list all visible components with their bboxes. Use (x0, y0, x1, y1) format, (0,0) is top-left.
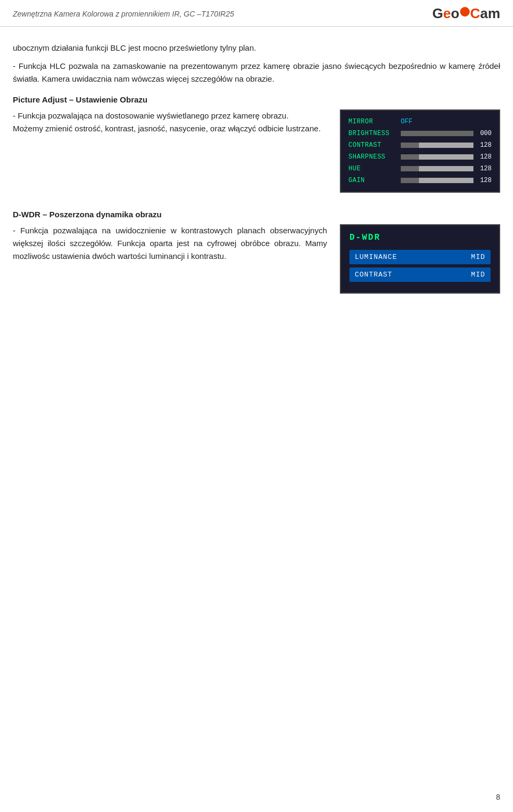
cam-value-contrast: 128 (477, 141, 492, 149)
cam-bar-full (401, 131, 473, 136)
cam-bar-hue: 128 (401, 165, 492, 172)
cam-value-hue: 128 (477, 165, 492, 172)
dwdr-label-contrast: CONTRAST (355, 271, 392, 279)
cam-bar-fill-hue (401, 166, 473, 171)
dwdr-menu-panel: D-WDR LUMINANCE MID CONTRAST MID (340, 224, 500, 294)
cam-bar-sharpness-left (401, 154, 419, 160)
logo: Geo Cam (432, 5, 500, 22)
main-content: ubocznym działania funkcji BLC jest mocn… (0, 27, 513, 324)
cam-label-mirror: MIRROR (348, 118, 397, 125)
dwdr-text: - Funkcja pozwalająca na uwidocznienie w… (13, 224, 327, 263)
cam-label-sharpness: SHARPNESS (348, 153, 397, 161)
picture-adjust-panel: MIRROR OFF BRIGHTNESS 000 CONTRAST (340, 109, 500, 193)
logo-cam: Cam (470, 5, 500, 22)
cam-label-hue: HUE (348, 165, 397, 172)
cam-bar-contrast: 128 (401, 141, 492, 149)
dwdr-panel-title: D-WDR (349, 233, 491, 242)
cam-bar-fill-gain (401, 178, 473, 183)
logo-geo: Geo (432, 5, 460, 22)
page-number: 8 (496, 793, 500, 801)
cam-bar-contrast-left (401, 143, 419, 148)
cam-value-mirror: OFF (401, 118, 413, 125)
cam-bar-gain-left (401, 178, 419, 183)
dwdr-section: - Funkcja pozwalająca na uwidocznienie w… (13, 224, 500, 294)
intro-para-2: - Funkcja HLC pozwala na zamaskowanie na… (13, 60, 500, 85)
dwdr-row-contrast: CONTRAST MID (349, 267, 491, 282)
cam-value-brightness: 000 (477, 130, 492, 137)
dwdr-value-luminance: MID (471, 253, 485, 261)
cam-bar-sharpness: 128 (401, 153, 492, 161)
cam-menu-panel: MIRROR OFF BRIGHTNESS 000 CONTRAST (340, 109, 500, 193)
cam-bar-brightness: 000 (401, 130, 492, 137)
dwdr-label-luminance: LUMINANCE (355, 253, 397, 261)
cam-row-sharpness: SHARPNESS 128 (348, 151, 492, 163)
cam-bar-gain: 128 (401, 177, 492, 184)
picture-adjust-heading: Picture Adjust – Ustawienie Obrazu (13, 95, 500, 104)
picture-adjust-text: - Funkcja pozwalająca na dostosowanie wy… (13, 109, 327, 135)
cam-bar-gain-right (419, 178, 473, 183)
cam-bar-fill-sharpness (401, 154, 473, 160)
cam-label-gain: GAIN (348, 177, 397, 184)
dwdr-para-1: - Funkcja pozwalająca na uwidocznienie w… (13, 224, 327, 263)
cam-bar-sharpness-right (419, 154, 473, 160)
intro-para-1: ubocznym działania funkcji BLC jest mocn… (13, 42, 500, 54)
cam-bar-contrast-right (419, 143, 473, 148)
dwdr-panel-container: D-WDR LUMINANCE MID CONTRAST MID (340, 224, 500, 294)
cam-bar-fill-brightness (401, 131, 473, 136)
header-title: Zewnętrzna Kamera Kolorowa z promienniki… (13, 10, 234, 18)
cam-row-gain: GAIN 128 (348, 175, 492, 186)
header: Zewnętrzna Kamera Kolorowa z promienniki… (0, 0, 513, 27)
cam-label-contrast: CONTRAST (348, 141, 397, 149)
cam-label-brightness: BRIGHTNESS (348, 130, 397, 137)
cam-row-hue: HUE 128 (348, 163, 492, 175)
dwdr-value-contrast: MID (471, 271, 485, 279)
picture-adjust-para-2: Możemy zmienić ostrość, kontrast, jasnoś… (13, 122, 327, 135)
logo-dot (460, 7, 470, 17)
picture-adjust-para-1: - Funkcja pozwalająca na dostosowanie wy… (13, 109, 327, 122)
cam-value-gain: 128 (477, 177, 492, 184)
cam-row-brightness: BRIGHTNESS 000 (348, 128, 492, 139)
cam-row-mirror: MIRROR OFF (348, 116, 492, 128)
intro-text: ubocznym działania funkcji BLC jest mocn… (13, 42, 500, 85)
cam-bar-hue-right (419, 166, 473, 171)
cam-bar-hue-left (401, 166, 419, 171)
picture-adjust-section: - Funkcja pozwalająca na dostosowanie wy… (13, 109, 500, 193)
cam-row-contrast: CONTRAST 128 (348, 139, 492, 151)
dwdr-heading: D-WDR – Poszerzona dynamika obrazu (13, 210, 500, 219)
cam-bar-fill-contrast (401, 143, 473, 148)
dwdr-row-luminance: LUMINANCE MID (349, 250, 491, 264)
cam-value-sharpness: 128 (477, 153, 492, 161)
